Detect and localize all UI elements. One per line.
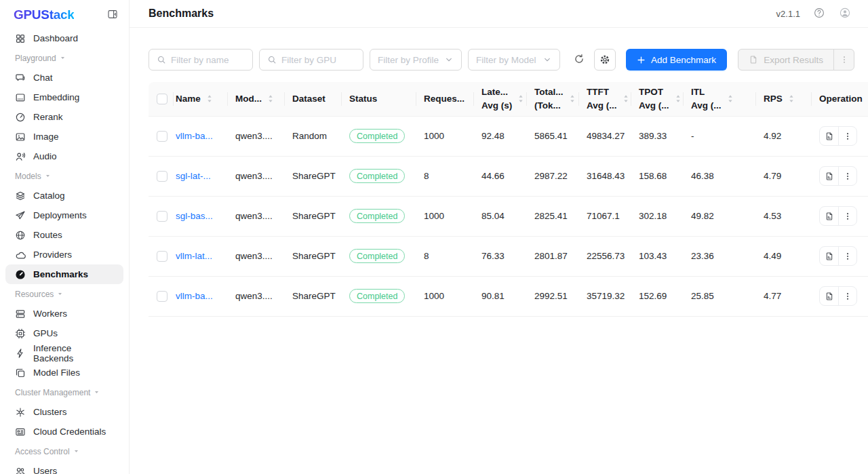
sidebar-item-model-files[interactable]: Model Files <box>5 363 123 382</box>
cell-total: 2825.41 <box>526 196 578 236</box>
benchmarks-icon <box>15 269 26 280</box>
sidebar-item-chat[interactable]: Chat <box>5 68 123 87</box>
column-header-name: Name <box>173 82 227 116</box>
cell-tpot: 302.18 <box>631 196 683 236</box>
cell-latency: 85.04 <box>473 196 526 236</box>
view-log-button[interactable] <box>820 127 838 145</box>
row-checkbox[interactable] <box>157 211 167 222</box>
column-header-tpot: TPOTAvg (... <box>631 82 683 116</box>
operation-buttons <box>819 126 857 146</box>
sorter-icon[interactable] <box>727 94 734 104</box>
row-checkbox[interactable] <box>157 131 167 142</box>
sidebar-item-deployments[interactable]: Deployments <box>5 205 123 225</box>
select-all-checkbox[interactable] <box>157 94 167 104</box>
cell-dataset: ShareGPT <box>284 156 341 196</box>
cell-operation <box>811 236 868 276</box>
sidebar-nav: DashboardPlaygroundChatEmbeddingRerankIm… <box>0 26 129 474</box>
view-log-button[interactable] <box>820 167 838 185</box>
cell-itl: - <box>683 116 755 156</box>
view-log-button[interactable] <box>820 207 838 225</box>
help-button[interactable] <box>812 7 826 21</box>
sidebar-item-providers[interactable]: Providers <box>5 245 123 264</box>
sidebar-collapse-button[interactable] <box>106 8 119 22</box>
sorter-icon[interactable] <box>788 94 795 104</box>
sidebar-item-rerank[interactable]: Rerank <box>5 107 123 127</box>
caret-down-icon <box>60 55 66 61</box>
cloud-credentials-icon <box>15 427 26 437</box>
sidebar-item-benchmarks[interactable]: Benchmarks <box>5 264 123 284</box>
table-settings-button[interactable] <box>594 49 616 71</box>
row-more-button[interactable] <box>838 287 856 305</box>
cell-ttft: 22556.73 <box>578 236 631 276</box>
row-more-button[interactable] <box>838 207 856 225</box>
benchmark-name-link[interactable]: vllm-ba... <box>176 131 213 141</box>
caret-down-icon <box>94 389 100 395</box>
sidebar-item-catalog[interactable]: Catalog <box>5 186 123 205</box>
filter-input-filter-by-name[interactable]: Filter by name <box>149 49 253 71</box>
cell-tpot: 103.43 <box>631 236 683 276</box>
view-log-button[interactable] <box>820 247 838 265</box>
sidebar-item-cloud-credentials[interactable]: Cloud Credentials <box>5 422 123 441</box>
cell-itl: 25.85 <box>683 276 755 316</box>
sorter-icon[interactable] <box>623 94 629 104</box>
table-header-row: NameMod...DatasetStatusReques...Late...A… <box>149 82 868 116</box>
sidebar-section-cluster-management[interactable]: Cluster Management <box>5 382 123 402</box>
sidebar-item-dashboard[interactable]: Dashboard <box>5 28 123 48</box>
avatar-icon <box>840 7 850 18</box>
cell-requests: 1000 <box>416 116 473 156</box>
toolbar: Filter by nameFilter by GPUFilter by Pro… <box>149 49 854 71</box>
export-results-button[interactable]: Export Results <box>738 50 833 70</box>
sidebar-section-playground[interactable]: Playground <box>5 48 123 68</box>
cell-name: sgl-bas... <box>173 196 227 236</box>
sidebar-item-audio[interactable]: Audio <box>5 146 123 166</box>
log-icon <box>825 212 834 221</box>
row-checkbox[interactable] <box>157 291 167 302</box>
sidebar-section-models[interactable]: Models <box>5 166 123 186</box>
sorter-icon[interactable] <box>517 94 524 104</box>
filter-input-filter-by-gpu[interactable]: Filter by GPU <box>259 49 363 71</box>
sidebar-item-inference-backends[interactable]: Inference Backends <box>5 343 123 363</box>
status-badge: Completed <box>349 169 405 183</box>
row-checkbox[interactable] <box>157 171 167 182</box>
refresh-button[interactable] <box>573 54 585 66</box>
sidebar-section-resources[interactable]: Resources <box>5 284 123 304</box>
row-more-button[interactable] <box>838 167 856 185</box>
sorter-icon[interactable] <box>675 94 682 104</box>
benchmark-name-link[interactable]: vllm-lat... <box>176 251 212 261</box>
cell-tpot: 389.33 <box>631 116 683 156</box>
add-benchmark-button[interactable]: Add Benchmark <box>626 49 727 71</box>
cell-tpot: 152.69 <box>631 276 683 316</box>
row-more-button[interactable] <box>838 127 856 145</box>
dashboard-grid-icon <box>15 33 26 44</box>
sorter-icon[interactable] <box>206 94 213 104</box>
filter-select-filter-by-profile[interactable]: Filter by Profile <box>370 49 462 71</box>
sidebar-item-workers[interactable]: Workers <box>5 304 123 323</box>
sidebar-item-gpus[interactable]: GPUs <box>5 323 123 343</box>
cell-itl: 49.82 <box>683 196 755 236</box>
status-badge: Completed <box>349 129 405 143</box>
search-icon <box>157 55 166 64</box>
cell-operation <box>811 276 868 316</box>
row-checkbox[interactable] <box>157 251 167 262</box>
sidebar-item-clusters[interactable]: Clusters <box>5 402 123 422</box>
sidebar-item-users[interactable]: Users <box>5 461 123 474</box>
sorter-icon[interactable] <box>569 94 576 104</box>
export-more-button[interactable] <box>833 50 854 70</box>
benchmark-name-link[interactable]: vllm-ba... <box>176 291 213 301</box>
log-icon <box>825 292 834 301</box>
view-log-button[interactable] <box>820 287 838 305</box>
row-more-button[interactable] <box>838 247 856 265</box>
sidebar-item-embedding[interactable]: Embedding <box>5 87 123 107</box>
benchmark-name-link[interactable]: sgl-lat-... <box>176 171 211 181</box>
user-avatar[interactable] <box>837 7 852 21</box>
benchmark-name-link[interactable]: sgl-bas... <box>176 211 213 221</box>
sidebar-section-access-control[interactable]: Access Control <box>5 441 123 461</box>
filter-select-filter-by-model[interactable]: Filter by Model <box>468 49 560 71</box>
sidebar-item-image[interactable]: Image <box>5 127 123 146</box>
cell-rps: 4.92 <box>755 116 811 156</box>
sorter-icon[interactable] <box>267 94 274 104</box>
column-header-operation: Operation <box>811 82 868 116</box>
cell-rps: 4.79 <box>755 156 811 196</box>
column-header-dataset: Dataset <box>284 82 341 116</box>
sidebar-item-routes[interactable]: Routes <box>5 225 123 245</box>
